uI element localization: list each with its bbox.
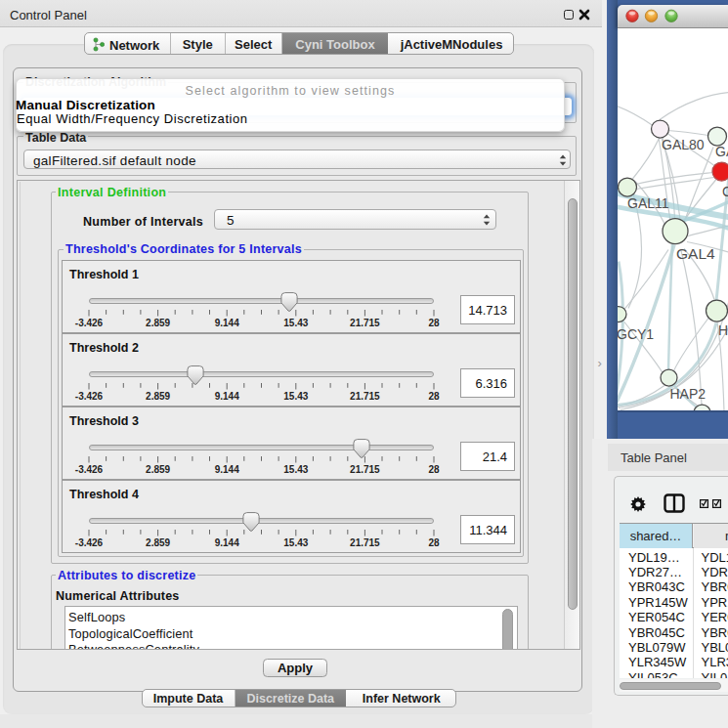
svg-text:GAL11: GAL11 (627, 195, 669, 211)
svg-text:GAL4: GAL4 (676, 244, 715, 261)
svg-text:HAP2: HAP2 (670, 385, 707, 401)
svg-text:GA: GA (715, 143, 728, 158)
svg-text:H: H (718, 321, 728, 337)
svg-text:GCY1: GCY1 (618, 325, 654, 341)
svg-text:C: C (722, 184, 728, 199)
svg-text:GAL80: GAL80 (662, 136, 705, 151)
